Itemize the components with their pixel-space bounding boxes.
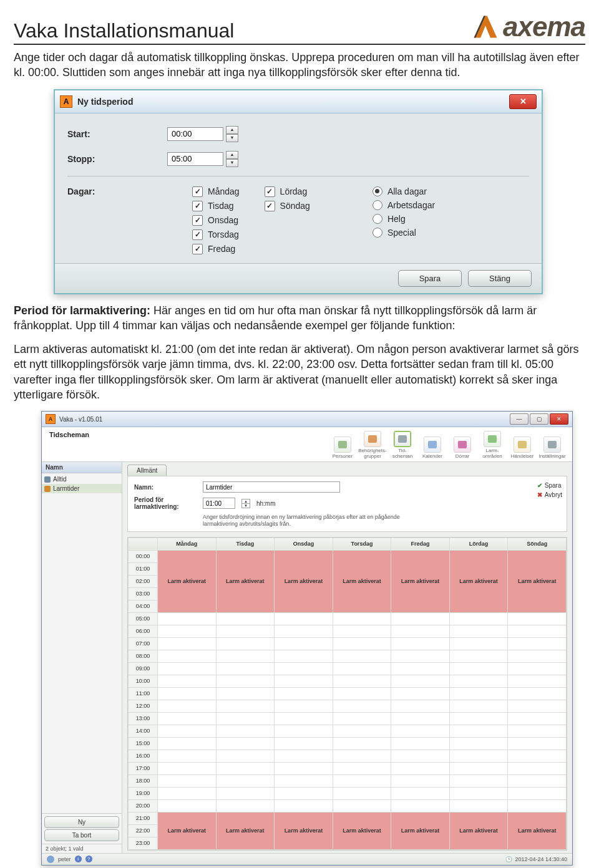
grid-alarm-cell[interactable]: Larm aktiverat <box>275 812 333 849</box>
chk-sun[interactable]: ✓Söndag <box>265 201 310 211</box>
radio-arbetsdagar[interactable]: Arbetsdagar <box>373 200 435 210</box>
grid-cell[interactable] <box>333 637 391 650</box>
radio-special[interactable]: Special <box>373 228 435 238</box>
grid-cell[interactable] <box>275 687 333 700</box>
grid-cell[interactable] <box>275 725 333 737</box>
stop-spin-up[interactable]: ▲ <box>226 151 238 159</box>
grid-cell[interactable] <box>391 662 450 675</box>
grid-cell[interactable] <box>508 687 567 700</box>
period-input[interactable] <box>203 498 235 509</box>
grid-cell[interactable] <box>216 687 275 700</box>
grid-cell[interactable] <box>333 650 391 662</box>
period-spin-down[interactable]: ▼ <box>242 504 250 508</box>
grid-cell[interactable] <box>158 737 217 750</box>
grid-cell[interactable] <box>333 750 391 762</box>
grid-cell[interactable] <box>391 625 450 637</box>
grid-cell[interactable] <box>275 700 333 712</box>
grid-cell[interactable] <box>449 787 508 799</box>
grid-cell[interactable] <box>158 625 217 637</box>
radio-helg[interactable]: Helg <box>373 214 435 224</box>
grid-cell[interactable] <box>216 700 275 712</box>
radio-alla-dagar[interactable]: Alla dagar <box>373 186 435 196</box>
grid-cell[interactable] <box>391 750 450 762</box>
grid-cell[interactable] <box>333 774 391 787</box>
grid-cell[interactable] <box>391 725 450 737</box>
toolbar-item-4[interactable]: Dörrar <box>449 436 476 459</box>
grid-cell[interactable] <box>508 750 567 762</box>
toolbar-item-6[interactable]: Händelser <box>509 436 536 459</box>
grid-cell[interactable] <box>333 612 391 625</box>
grid-cell[interactable] <box>158 650 217 662</box>
toolbar-item-7[interactable]: Inställningar <box>538 436 566 459</box>
grid-cell[interactable] <box>275 612 333 625</box>
new-schedule-button[interactable]: Ny <box>44 816 119 828</box>
grid-cell[interactable] <box>391 675 450 687</box>
grid-cell[interactable] <box>391 787 450 799</box>
close-button[interactable]: ✕ <box>509 94 537 109</box>
grid-cell[interactable] <box>333 625 391 637</box>
grid-cell[interactable] <box>449 737 508 750</box>
grid-cell[interactable] <box>216 737 275 750</box>
start-spin-up[interactable]: ▲ <box>226 126 238 134</box>
grid-cell[interactable] <box>391 612 450 625</box>
grid-cell[interactable] <box>158 612 217 625</box>
info-icon[interactable]: i <box>75 856 82 862</box>
grid-cell[interactable] <box>449 762 508 774</box>
grid-alarm-cell[interactable]: Larm aktiverat <box>216 550 275 612</box>
toolbar-item-5[interactable]: Larm- områden <box>479 431 506 459</box>
grid-alarm-cell[interactable]: Larm aktiverat <box>158 812 217 849</box>
toolbar-item-1[interactable]: Behörighets- grupper <box>359 431 386 459</box>
grid-cell[interactable] <box>391 637 450 650</box>
grid-cell[interactable] <box>333 799 391 812</box>
grid-cell[interactable] <box>216 787 275 799</box>
grid-alarm-cell[interactable]: Larm aktiverat <box>508 812 567 849</box>
grid-cell[interactable] <box>275 712 333 725</box>
grid-cell[interactable] <box>158 774 217 787</box>
grid-cell[interactable] <box>158 700 217 712</box>
grid-cell[interactable] <box>508 712 567 725</box>
grid-cell[interactable] <box>391 737 450 750</box>
toolbar-item-3[interactable]: Kalender <box>419 436 446 459</box>
grid-cell[interactable] <box>508 762 567 774</box>
grid-cell[interactable] <box>216 637 275 650</box>
grid-cell[interactable] <box>508 725 567 737</box>
grid-cell[interactable] <box>158 762 217 774</box>
remove-schedule-button[interactable]: Ta bort <box>44 829 119 841</box>
grid-cell[interactable] <box>508 774 567 787</box>
grid-cell[interactable] <box>275 774 333 787</box>
grid-cell[interactable] <box>216 799 275 812</box>
chk-tue[interactable]: ✓Tisdag <box>192 201 240 211</box>
grid-cell[interactable] <box>508 737 567 750</box>
close-dialog-button[interactable]: Stäng <box>468 270 532 287</box>
grid-cell[interactable] <box>508 787 567 799</box>
grid-cell[interactable] <box>333 662 391 675</box>
grid-cell[interactable] <box>216 612 275 625</box>
grid-cell[interactable] <box>216 650 275 662</box>
grid-cell[interactable] <box>216 774 275 787</box>
grid-cell[interactable] <box>391 700 450 712</box>
grid-cell[interactable] <box>158 725 217 737</box>
toolbar-item-2[interactable]: Tid- scheman <box>389 431 416 459</box>
toolbar-item-0[interactable]: Personer <box>329 436 356 459</box>
grid-cell[interactable] <box>275 650 333 662</box>
grid-cell[interactable] <box>158 787 217 799</box>
grid-cell[interactable] <box>391 774 450 787</box>
chk-fri[interactable]: ✓Fredag <box>192 244 240 254</box>
grid-cell[interactable] <box>158 675 217 687</box>
grid-cell[interactable] <box>449 687 508 700</box>
tree-item-larmtider[interactable]: Larmtider <box>42 484 122 493</box>
grid-cell[interactable] <box>508 662 567 675</box>
grid-cell[interactable] <box>449 700 508 712</box>
grid-alarm-cell[interactable]: Larm aktiverat <box>333 550 391 612</box>
close-window-button[interactable]: ✕ <box>550 413 568 425</box>
period-spin-up[interactable]: ▲ <box>242 499 250 504</box>
grid-cell[interactable] <box>216 725 275 737</box>
grid-cell[interactable] <box>508 612 567 625</box>
grid-cell[interactable] <box>333 737 391 750</box>
grid-cell[interactable] <box>508 650 567 662</box>
chk-wed[interactable]: ✓Onsdag <box>192 215 240 226</box>
grid-alarm-cell[interactable]: Larm aktiverat <box>158 550 217 612</box>
grid-cell[interactable] <box>449 712 508 725</box>
name-input[interactable] <box>203 481 340 493</box>
grid-alarm-cell[interactable]: Larm aktiverat <box>449 550 508 612</box>
